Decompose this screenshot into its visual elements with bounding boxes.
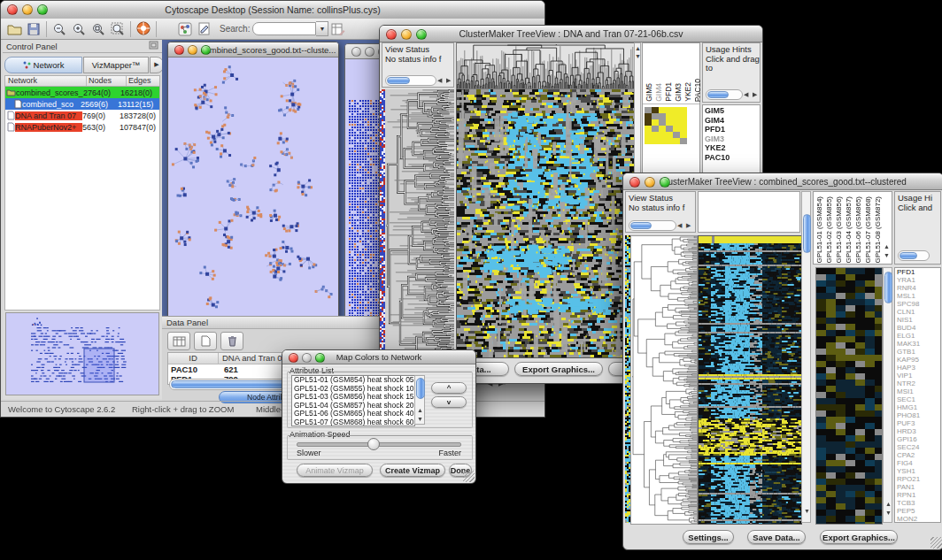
- tv1-heatmap[interactable]: [456, 89, 635, 358]
- gene-label[interactable]: PEP5: [895, 507, 940, 515]
- column-label[interactable]: GPL51-08 (GSM872): [874, 196, 883, 264]
- help-lifebuoy-icon[interactable]: [134, 20, 153, 38]
- gene-label[interactable]: ELG1: [895, 332, 940, 340]
- column-label[interactable]: YKE2: [683, 82, 692, 102]
- gene-label[interactable]: SPC98: [895, 300, 940, 308]
- scroll-right-icon[interactable]: ▶: [753, 91, 757, 97]
- tv2-heatmap[interactable]: [698, 235, 802, 525]
- move-up-button[interactable]: ^: [431, 382, 467, 394]
- row-label[interactable]: GIM3: [703, 134, 760, 144]
- column-label[interactable]: GPL51-07 (GSM868): [864, 196, 873, 264]
- zoom-button[interactable]: [37, 4, 48, 15]
- tv2-zoom-vscrollbar[interactable]: [883, 267, 892, 523]
- row-label[interactable]: PFD1: [703, 125, 760, 134]
- column-label[interactable]: GPL51-03 (GSM856): [835, 196, 844, 264]
- scroll-up-icon[interactable]: ▲: [884, 243, 890, 249]
- tv2-zoom-heatmap[interactable]: [815, 267, 883, 525]
- create-attribute-icon[interactable]: [194, 332, 217, 350]
- minimize-button[interactable]: [302, 353, 312, 363]
- gene-label[interactable]: MON2: [895, 515, 940, 523]
- scroll-left-icon[interactable]: ◀: [437, 77, 442, 83]
- column-label[interactable]: GIM5: [645, 83, 653, 102]
- search-input[interactable]: [252, 22, 316, 35]
- main-titlebar[interactable]: Cytoscape Desktop (Session Name: collins…: [1, 1, 544, 19]
- select-attributes-icon[interactable]: [167, 332, 190, 350]
- network-view-titlebar[interactable]: combined_scores_good.txt--cluste...: [168, 42, 338, 58]
- gene-label[interactable]: MAK31: [895, 340, 940, 348]
- gene-label[interactable]: HAP3: [895, 364, 940, 372]
- scroll-down-icon[interactable]: ▼: [804, 508, 810, 514]
- close-button[interactable]: [289, 353, 298, 363]
- gene-label[interactable]: RNR4: [895, 284, 940, 292]
- gene-label[interactable]: CLN1: [895, 308, 940, 316]
- close-button[interactable]: [351, 47, 361, 57]
- column-label[interactable]: GIM4: [654, 83, 663, 102]
- gene-label[interactable]: MSI1: [895, 387, 940, 395]
- animate-vizmap-button[interactable]: Animate Vizmap: [297, 464, 373, 477]
- close-button[interactable]: [7, 4, 18, 15]
- tv2-save-data-button[interactable]: Save Data...: [747, 530, 806, 544]
- scroll-left-icon[interactable]: ◀: [677, 222, 682, 228]
- close-button[interactable]: [629, 177, 640, 188]
- close-button[interactable]: [386, 29, 397, 40]
- gene-label[interactable]: RPO21: [895, 475, 940, 483]
- gene-label[interactable]: YRA1: [895, 276, 940, 284]
- attribute-list[interactable]: GPL51-01 (GSM854) heat shock 05 minGPL51…: [291, 375, 415, 426]
- usage-hints-scrollbar[interactable]: [898, 250, 930, 261]
- delete-attribute-icon[interactable]: [220, 332, 243, 350]
- gene-label[interactable]: KAP95: [895, 356, 940, 364]
- row-label[interactable]: YKE2: [703, 143, 760, 153]
- column-label[interactable]: PAC10: [693, 79, 702, 102]
- gene-label[interactable]: SEC1: [895, 395, 940, 403]
- tab-vizmapper[interactable]: VizMapper™: [83, 57, 149, 73]
- dialog-titlebar[interactable]: Map Colors to Network: [282, 350, 475, 364]
- row-label[interactable]: PAC10: [703, 153, 760, 163]
- gene-label[interactable]: GTB1: [895, 348, 940, 356]
- column-label[interactable]: PFD1: [664, 82, 673, 102]
- minimize-button[interactable]: [401, 29, 412, 40]
- resize-grip[interactable]: [463, 471, 475, 482]
- column-label[interactable]: GPL51-06 (GSM865): [854, 196, 863, 264]
- zoom-button[interactable]: [660, 177, 670, 188]
- gene-label[interactable]: NIS1: [895, 316, 940, 324]
- network-row-combined-scores[interactable]: combined_scores_ 2764(0) 16218(0): [5, 87, 159, 98]
- zoom-button[interactable]: [315, 353, 325, 363]
- tv2-export-graphics-button[interactable]: Export Graphics...: [820, 530, 898, 544]
- scroll-down-icon[interactable]: ▼: [417, 416, 423, 422]
- gene-label[interactable]: PHO81: [895, 411, 940, 419]
- minimize-button[interactable]: [645, 177, 655, 188]
- zoom-button[interactable]: [416, 29, 427, 40]
- search-dropdown-caret-icon[interactable]: ▼: [316, 21, 328, 36]
- gene-label[interactable]: GPI16: [895, 435, 940, 443]
- gene-label[interactable]: YSH1: [895, 467, 940, 475]
- column-label[interactable]: GPL51-01 (GSM854): [815, 196, 824, 264]
- gene-label[interactable]: PFD1: [895, 268, 940, 276]
- save-icon[interactable]: [24, 20, 43, 38]
- gene-label[interactable]: TCB3: [895, 499, 940, 507]
- gene-label[interactable]: PUF3: [895, 419, 940, 427]
- scroll-down-icon[interactable]: ▼: [884, 252, 890, 258]
- view-status-scrollbar[interactable]: [385, 75, 436, 86]
- tab-network[interactable]: Network: [4, 57, 82, 73]
- scroll-down-icon[interactable]: ▼: [635, 53, 641, 59]
- zoom-in-icon[interactable]: [69, 20, 89, 38]
- vizmapper-icon[interactable]: [175, 20, 195, 38]
- gene-label[interactable]: HMG1: [895, 403, 940, 411]
- tv2-heatmap-vscrollbar[interactable]: [801, 191, 811, 523]
- network-row-rnapuber[interactable]: RNAPuberNov2+ 563(0) 107847(0): [5, 121, 159, 133]
- tv1-selected-cluster-heatmap[interactable]: [645, 107, 687, 144]
- network-canvas[interactable]: [168, 58, 336, 318]
- scroll-right-icon[interactable]: ▶: [686, 222, 691, 228]
- gene-label[interactable]: SEC24: [895, 443, 940, 451]
- move-down-button[interactable]: v: [431, 396, 467, 408]
- zoom-out-icon[interactable]: [50, 20, 69, 38]
- gene-label[interactable]: FIG4: [895, 459, 940, 467]
- resize-grip[interactable]: [930, 537, 942, 548]
- tv1-export-graphics-button[interactable]: Export Graphics...: [514, 362, 603, 376]
- zoom-selected-icon[interactable]: [89, 20, 108, 38]
- zoom-button[interactable]: [201, 45, 211, 55]
- scroll-right-icon[interactable]: ▶: [446, 77, 451, 83]
- view-status-scrollbar[interactable]: [629, 220, 676, 231]
- create-vizmap-button[interactable]: Create Vizmap: [380, 464, 445, 477]
- open-file-icon[interactable]: [4, 20, 24, 38]
